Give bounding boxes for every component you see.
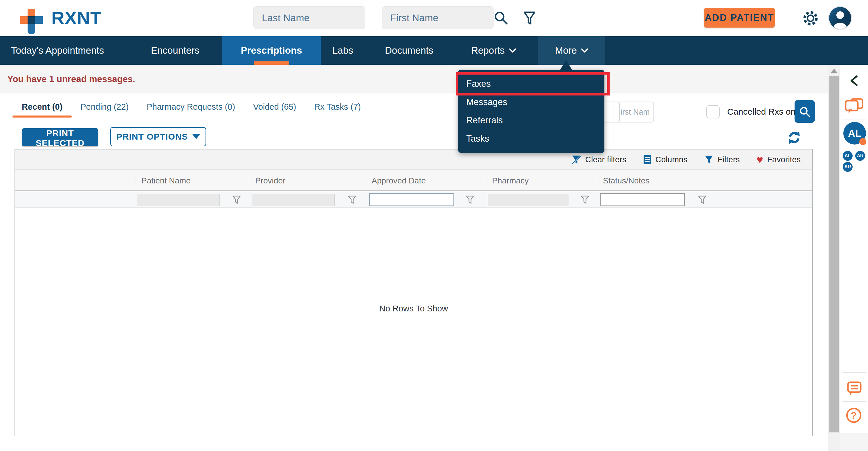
empty-rows-message: No Rows To Show <box>15 304 812 314</box>
clear-filter-icon <box>571 155 581 165</box>
tab-pending[interactable]: Pending (22) <box>81 102 129 118</box>
menu-item-messages[interactable]: Messages <box>458 93 604 111</box>
scrollbar-thumb[interactable] <box>829 76 839 432</box>
print-options-label: PRINT OPTIONS <box>116 132 188 141</box>
filter-funnel-icon[interactable] <box>232 195 241 204</box>
help-question-icon[interactable]: ? <box>846 408 861 423</box>
rx-search-button[interactable] <box>795 100 815 123</box>
filter-funnel-icon[interactable] <box>466 195 474 204</box>
divider <box>842 401 866 402</box>
col-header-status-notes[interactable]: Status/Notes <box>603 176 649 186</box>
user-avatar[interactable] <box>828 6 852 30</box>
filter-funnel-icon[interactable] <box>348 195 356 204</box>
heart-icon: ♥ <box>756 155 763 164</box>
nav-documents[interactable]: Documents <box>385 36 433 65</box>
nav-labs[interactable]: Labs <box>332 36 353 65</box>
person-icon <box>829 7 851 29</box>
right-sidebar: AL AL AR AR ? <box>840 65 868 433</box>
pharmacy-filter-input[interactable] <box>488 194 569 206</box>
unread-messages-alert: You have 1 unread messages. <box>7 74 135 85</box>
chat-bubbles-icon[interactable] <box>844 97 864 115</box>
tab-pharmacy-requests[interactable]: Pharmacy Requests (0) <box>147 102 235 118</box>
menu-item-tasks[interactable]: Tasks <box>458 129 604 148</box>
avatar-AR-small[interactable]: AR <box>855 151 865 161</box>
first-name-search-input[interactable] <box>382 6 494 29</box>
content-card: Recent (0) Pending (22) Pharmacy Request… <box>0 93 828 451</box>
main-nav: Today's Appointments Encounters Prescrip… <box>0 36 868 65</box>
app-header: RXNT ADD PATIENT <box>0 0 868 36</box>
column-separator <box>485 174 485 187</box>
refresh-icon[interactable] <box>787 130 802 145</box>
columns-label: Columns <box>655 155 687 164</box>
status-dot <box>859 138 866 145</box>
favorites-button[interactable]: ♥ Favorites <box>756 155 801 164</box>
avatar-AL-small[interactable]: AL <box>843 151 852 161</box>
nav-label: Today's Appointments <box>11 45 104 56</box>
avatar-initials: AR <box>857 153 863 158</box>
nav-label: Prescriptions <box>241 45 302 56</box>
status-notes-filter-input[interactable] <box>600 193 685 206</box>
chevron-down-icon <box>581 48 588 53</box>
cancelled-rxs-label: Cancelled Rxs only <box>727 107 802 117</box>
scrollbar-up-arrow[interactable] <box>831 69 838 73</box>
active-tab-indicator <box>254 61 289 65</box>
columns-button[interactable]: Columns <box>643 155 687 165</box>
column-separator <box>364 174 364 187</box>
filters-label: Filters <box>718 155 740 164</box>
collapse-chevron-left-icon[interactable] <box>850 75 858 86</box>
grid-toolbar: Clear filters Columns Filters ♥ Fav <box>15 150 812 170</box>
tab-rx-tasks[interactable]: Rx Tasks (7) <box>314 102 361 118</box>
approved-date-filter-input[interactable] <box>369 193 454 206</box>
print-options-button[interactable]: PRINT OPTIONS <box>110 127 206 146</box>
last-name-search-input[interactable] <box>253 6 365 29</box>
rxnt-logo[interactable]: RXNT <box>17 5 110 31</box>
col-header-provider[interactable]: Provider <box>255 176 285 186</box>
tab-recent[interactable]: Recent (0) <box>22 102 62 118</box>
add-patient-button[interactable]: ADD PATIENT <box>704 8 775 28</box>
cancelled-rxs-checkbox[interactable] <box>706 105 720 119</box>
nav-encounters[interactable]: Encounters <box>151 36 199 65</box>
prescriptions-grid: Clear filters Columns Filters ♥ Fav <box>14 149 813 436</box>
filter-funnel-icon <box>704 155 714 165</box>
rxnt-logo-icon <box>17 5 51 34</box>
col-header-pharmacy[interactable]: Pharmacy <box>492 176 529 186</box>
avatar-AL-large[interactable]: AL <box>843 122 866 144</box>
rx-tabs: Recent (0) Pending (22) Pharmacy Request… <box>22 102 361 118</box>
filter-funnel-icon[interactable] <box>698 195 707 204</box>
nav-reports[interactable]: Reports <box>471 36 517 65</box>
clear-filters-label: Clear filters <box>585 155 626 164</box>
column-separator <box>712 174 712 187</box>
nav-todays-appointments[interactable]: Today's Appointments <box>11 36 104 65</box>
print-selected-button[interactable]: PRINT SELECTED <box>22 128 98 146</box>
col-header-patient-name[interactable]: Patient Name <box>142 176 191 186</box>
clear-filters-button[interactable]: Clear filters <box>571 155 626 165</box>
tab-voided[interactable]: Voided (65) <box>253 102 296 118</box>
filters-button[interactable]: Filters <box>704 155 740 165</box>
provider-filter-input[interactable] <box>252 194 335 206</box>
grid-filter-row <box>15 192 812 208</box>
columns-icon <box>643 155 651 165</box>
nav-label: Labs <box>332 45 353 56</box>
favorites-label: Favorites <box>767 155 801 164</box>
caret-down-icon <box>192 134 200 139</box>
chevron-down-icon <box>509 48 517 53</box>
nav-label: Documents <box>385 45 433 56</box>
menu-item-referrals[interactable]: Referrals <box>458 111 604 129</box>
vertical-scrollbar[interactable] <box>828 65 840 451</box>
col-header-approved-date[interactable]: Approved Date <box>372 176 426 186</box>
menu-item-faxes[interactable]: Faxes <box>458 74 604 93</box>
search-icon[interactable] <box>494 10 508 26</box>
grid-header-row: Patient Name Provider Approved Date Phar… <box>15 170 812 191</box>
avatar-initials: AL <box>844 153 850 158</box>
avatar-AR-small-2[interactable]: AR <box>843 162 852 172</box>
nav-prescriptions[interactable]: Prescriptions <box>222 36 321 65</box>
filter-funnel-icon[interactable] <box>522 10 537 26</box>
gear-icon[interactable] <box>802 10 819 27</box>
brand-name: RXNT <box>51 7 102 28</box>
grid-body: No Rows To Show <box>15 208 812 436</box>
filter-funnel-icon[interactable] <box>581 195 589 204</box>
message-bubble-icon[interactable] <box>846 381 863 397</box>
search-icon <box>798 105 811 118</box>
patient-name-filter-input[interactable] <box>137 194 220 206</box>
divider <box>842 120 866 120</box>
